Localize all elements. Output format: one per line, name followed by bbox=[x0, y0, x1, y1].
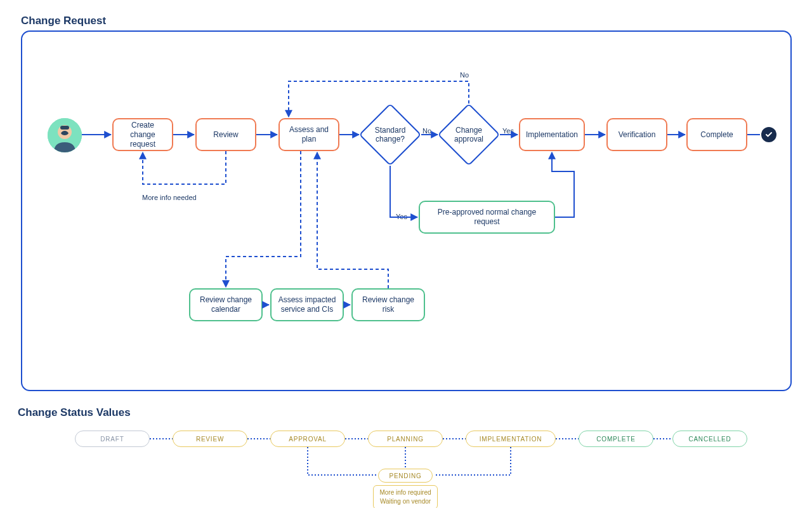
status-connectors bbox=[0, 0, 812, 508]
